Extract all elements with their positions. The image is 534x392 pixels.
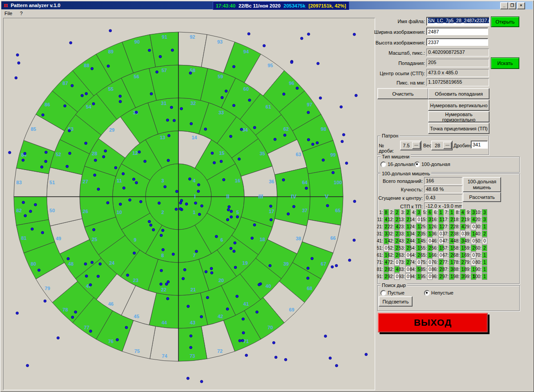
pellet-dot (41, 113, 44, 116)
hole-search-group-title: Поиск дыр (380, 283, 407, 288)
pellet-dot (160, 234, 162, 237)
pellet-dot (44, 160, 47, 163)
cell-label-85: 85 (31, 126, 36, 132)
pellet-dot (190, 346, 192, 349)
cell-label-10: 10 (117, 210, 122, 215)
pellet-dot (225, 90, 227, 93)
pellet-dot (119, 100, 121, 103)
cell-hits-value: 1 (482, 266, 487, 273)
pellet-dot (221, 96, 223, 99)
cell-label-71: 71 (243, 339, 249, 344)
pellet-dot (232, 65, 235, 68)
ring-label-III: III (259, 193, 263, 200)
radio-empty-label[interactable]: Пустые (388, 290, 405, 295)
close-button[interactable]: × (517, 2, 525, 9)
pellet-dot (133, 252, 136, 255)
clock-time: 17:43:40 (216, 3, 235, 8)
cell-number-label: 27: (442, 224, 449, 229)
cell-number-label: 43: (399, 238, 405, 243)
radio-100-zone[interactable] (414, 162, 420, 167)
exit-button[interactable]: ВЫХОД (378, 313, 488, 332)
cell-number-label: 96: (432, 274, 438, 279)
filename-input[interactable]: SN_LC_7p5_28_2487x2337.raw (426, 17, 490, 26)
cell-number-label: 84: (409, 267, 416, 272)
cell-label-26: 26 (83, 209, 88, 214)
cell-number-label: 90: (475, 267, 481, 272)
pellet-dot (353, 33, 356, 36)
weight-dropdown-icon[interactable]: — (443, 142, 452, 149)
calculate-button[interactable]: Рассчитать (463, 192, 501, 202)
pellet-dot (324, 335, 327, 337)
radio-100-zone-label[interactable]: 100-дольная (421, 162, 450, 167)
pellet-dot (326, 204, 329, 207)
menu-help[interactable]: ? (17, 10, 26, 17)
pellet-dot (300, 37, 303, 40)
pellet-dot (282, 178, 285, 181)
open-button[interactable]: Открыть (491, 16, 519, 27)
cell-label-83: 83 (16, 180, 22, 185)
aim-point-button[interactable]: Точка прицеливания (ТП) (428, 123, 490, 134)
search-button[interactable]: Искать (491, 57, 519, 69)
pellet-dot (64, 105, 66, 107)
cell-label-20: 20 (218, 278, 224, 283)
radio-nonempty[interactable] (424, 290, 430, 296)
shot-number-value: 7.5 (400, 143, 412, 148)
cell-label-37: 37 (302, 208, 307, 213)
cell-number-label: 39: (464, 231, 470, 236)
pellet-dot (213, 162, 215, 164)
cell-label-12: 12 (133, 150, 138, 156)
pellet-dot (29, 210, 32, 213)
pellet-dot (67, 257, 69, 260)
shot-number-dropdown-icon[interactable]: — (412, 142, 421, 149)
radio-nonempty-label[interactable]: Непустые (431, 290, 453, 295)
title-bar[interactable]: π Pattern analyzer v.1.0 17:43:40 22/Вс … (1, 1, 533, 9)
radio-16-zone[interactable] (380, 162, 386, 167)
weight-combo[interactable]: 28 — (431, 141, 453, 150)
pattern-target-svg[interactable]: 1234567891011121314151617181920212223242… (4, 18, 374, 389)
cell-number-label: 48: (453, 238, 460, 243)
number-horizontal-button[interactable]: Нумеровать горизонтально (428, 111, 490, 122)
cell-label-9: 9 (134, 237, 137, 242)
image-width-input[interactable] (426, 28, 488, 35)
highlight-button[interactable]: Подсветить (379, 296, 413, 307)
number-vertical-button[interactable]: Нумеровать вертикально (428, 100, 490, 111)
pellet-dot (186, 377, 189, 380)
radio-empty[interactable] (380, 290, 386, 296)
maximize-button[interactable]: ❐ (508, 2, 516, 9)
shot-number-combo[interactable]: 7.5 — (400, 141, 421, 150)
cell-label-68: 68 (307, 286, 312, 291)
pellet-dot (34, 203, 37, 206)
target-panel[interactable]: 1234567891011121314151617181920212223242… (3, 18, 375, 390)
pellet-dot (71, 84, 73, 87)
pellet-dot (240, 128, 243, 131)
cell-number-label: 60: (475, 246, 481, 251)
cell-label-64: 64 (302, 180, 308, 185)
pellet-dot (168, 134, 170, 137)
pellet-dot (284, 358, 287, 361)
cell-number-label: 71: (377, 260, 383, 265)
pellet-dot (74, 311, 77, 313)
pellet-dot (170, 106, 173, 109)
ring-label-II: II (226, 193, 229, 200)
image-height-input[interactable] (426, 38, 488, 46)
cell-number-label: 11: (377, 217, 383, 222)
pellet-dot (71, 316, 74, 319)
cell-number-label: 81: (377, 267, 383, 272)
pellet-dot (116, 339, 119, 341)
cell-number-label: 45: (421, 238, 427, 243)
pellets-input[interactable] (471, 141, 488, 149)
cell-label-29: 29 (109, 127, 114, 133)
clear-button[interactable]: Очистить (377, 88, 429, 99)
menu-file[interactable]: File (1, 10, 16, 17)
radio-16-zone-label[interactable]: 16-дольная (388, 162, 414, 167)
cell-label-96: 96 (289, 81, 294, 86)
pellet-dot (133, 178, 135, 181)
cell-number-label: 78: (453, 260, 460, 265)
target-100-button[interactable]: 100-дольная мишень (463, 177, 501, 192)
cell-number-label: 46: (432, 238, 438, 243)
cell-number-label: 12: (388, 217, 394, 222)
update-hits-button[interactable]: Обновить попадания (428, 88, 490, 99)
minimize-button[interactable]: _ (500, 2, 508, 9)
pellet-dot (166, 119, 169, 121)
pellet-dot (255, 311, 258, 313)
